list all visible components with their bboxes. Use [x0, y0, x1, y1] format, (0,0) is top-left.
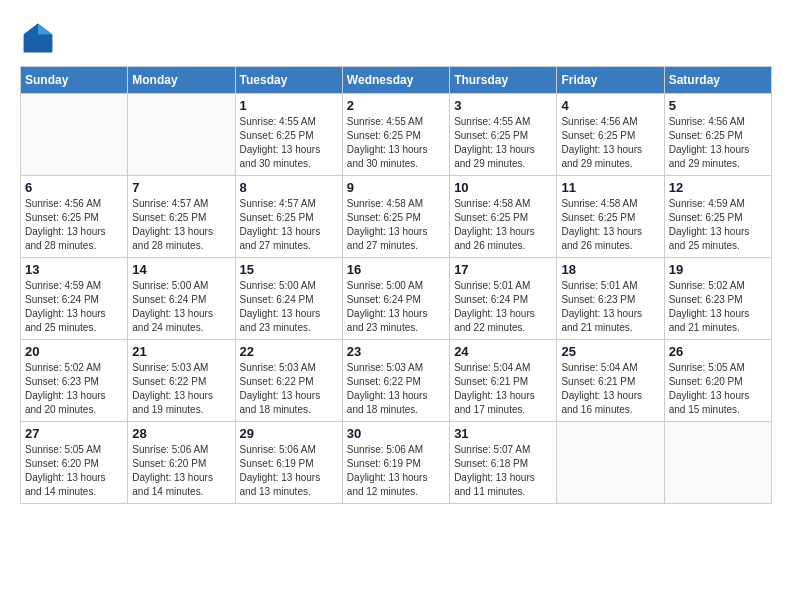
- logo-icon: [20, 20, 56, 56]
- calendar-cell: 27Sunrise: 5:05 AM Sunset: 6:20 PM Dayli…: [21, 422, 128, 504]
- calendar-cell: [664, 422, 771, 504]
- day-number: 29: [240, 426, 338, 441]
- column-header-thursday: Thursday: [450, 67, 557, 94]
- column-header-saturday: Saturday: [664, 67, 771, 94]
- calendar-week-row: 6Sunrise: 4:56 AM Sunset: 6:25 PM Daylig…: [21, 176, 772, 258]
- day-info: Sunrise: 5:03 AM Sunset: 6:22 PM Dayligh…: [347, 361, 445, 417]
- calendar-cell: 25Sunrise: 5:04 AM Sunset: 6:21 PM Dayli…: [557, 340, 664, 422]
- calendar-cell: 15Sunrise: 5:00 AM Sunset: 6:24 PM Dayli…: [235, 258, 342, 340]
- calendar-cell: 13Sunrise: 4:59 AM Sunset: 6:24 PM Dayli…: [21, 258, 128, 340]
- day-info: Sunrise: 5:01 AM Sunset: 6:23 PM Dayligh…: [561, 279, 659, 335]
- calendar-table: SundayMondayTuesdayWednesdayThursdayFrid…: [20, 66, 772, 504]
- day-number: 31: [454, 426, 552, 441]
- logo: [20, 20, 60, 56]
- day-number: 24: [454, 344, 552, 359]
- day-info: Sunrise: 4:58 AM Sunset: 6:25 PM Dayligh…: [561, 197, 659, 253]
- day-number: 26: [669, 344, 767, 359]
- day-number: 11: [561, 180, 659, 195]
- calendar-cell: 31Sunrise: 5:07 AM Sunset: 6:18 PM Dayli…: [450, 422, 557, 504]
- column-header-sunday: Sunday: [21, 67, 128, 94]
- calendar-cell: 23Sunrise: 5:03 AM Sunset: 6:22 PM Dayli…: [342, 340, 449, 422]
- day-number: 16: [347, 262, 445, 277]
- header: [20, 20, 772, 56]
- calendar-cell: 20Sunrise: 5:02 AM Sunset: 6:23 PM Dayli…: [21, 340, 128, 422]
- calendar-cell: 12Sunrise: 4:59 AM Sunset: 6:25 PM Dayli…: [664, 176, 771, 258]
- calendar-week-row: 27Sunrise: 5:05 AM Sunset: 6:20 PM Dayli…: [21, 422, 772, 504]
- day-number: 21: [132, 344, 230, 359]
- day-number: 5: [669, 98, 767, 113]
- day-info: Sunrise: 5:05 AM Sunset: 6:20 PM Dayligh…: [25, 443, 123, 499]
- calendar-week-row: 13Sunrise: 4:59 AM Sunset: 6:24 PM Dayli…: [21, 258, 772, 340]
- day-info: Sunrise: 4:59 AM Sunset: 6:24 PM Dayligh…: [25, 279, 123, 335]
- day-info: Sunrise: 5:06 AM Sunset: 6:19 PM Dayligh…: [347, 443, 445, 499]
- day-info: Sunrise: 5:05 AM Sunset: 6:20 PM Dayligh…: [669, 361, 767, 417]
- calendar-cell: 4Sunrise: 4:56 AM Sunset: 6:25 PM Daylig…: [557, 94, 664, 176]
- day-info: Sunrise: 4:59 AM Sunset: 6:25 PM Dayligh…: [669, 197, 767, 253]
- day-info: Sunrise: 5:01 AM Sunset: 6:24 PM Dayligh…: [454, 279, 552, 335]
- calendar-cell: 21Sunrise: 5:03 AM Sunset: 6:22 PM Dayli…: [128, 340, 235, 422]
- day-info: Sunrise: 4:55 AM Sunset: 6:25 PM Dayligh…: [240, 115, 338, 171]
- calendar-cell: 14Sunrise: 5:00 AM Sunset: 6:24 PM Dayli…: [128, 258, 235, 340]
- calendar-cell: 2Sunrise: 4:55 AM Sunset: 6:25 PM Daylig…: [342, 94, 449, 176]
- day-info: Sunrise: 5:02 AM Sunset: 6:23 PM Dayligh…: [669, 279, 767, 335]
- day-number: 9: [347, 180, 445, 195]
- calendar-cell: 1Sunrise: 4:55 AM Sunset: 6:25 PM Daylig…: [235, 94, 342, 176]
- calendar-cell: [128, 94, 235, 176]
- day-info: Sunrise: 5:04 AM Sunset: 6:21 PM Dayligh…: [561, 361, 659, 417]
- calendar-cell: 5Sunrise: 4:56 AM Sunset: 6:25 PM Daylig…: [664, 94, 771, 176]
- calendar-cell: 19Sunrise: 5:02 AM Sunset: 6:23 PM Dayli…: [664, 258, 771, 340]
- calendar-cell: 8Sunrise: 4:57 AM Sunset: 6:25 PM Daylig…: [235, 176, 342, 258]
- column-header-tuesday: Tuesday: [235, 67, 342, 94]
- calendar-week-row: 20Sunrise: 5:02 AM Sunset: 6:23 PM Dayli…: [21, 340, 772, 422]
- column-header-wednesday: Wednesday: [342, 67, 449, 94]
- day-number: 1: [240, 98, 338, 113]
- day-info: Sunrise: 5:07 AM Sunset: 6:18 PM Dayligh…: [454, 443, 552, 499]
- day-number: 25: [561, 344, 659, 359]
- calendar-cell: 18Sunrise: 5:01 AM Sunset: 6:23 PM Dayli…: [557, 258, 664, 340]
- calendar-cell: 30Sunrise: 5:06 AM Sunset: 6:19 PM Dayli…: [342, 422, 449, 504]
- day-number: 18: [561, 262, 659, 277]
- day-number: 17: [454, 262, 552, 277]
- day-info: Sunrise: 5:06 AM Sunset: 6:20 PM Dayligh…: [132, 443, 230, 499]
- calendar-cell: 22Sunrise: 5:03 AM Sunset: 6:22 PM Dayli…: [235, 340, 342, 422]
- day-number: 15: [240, 262, 338, 277]
- day-number: 13: [25, 262, 123, 277]
- day-info: Sunrise: 5:02 AM Sunset: 6:23 PM Dayligh…: [25, 361, 123, 417]
- day-number: 28: [132, 426, 230, 441]
- day-info: Sunrise: 5:03 AM Sunset: 6:22 PM Dayligh…: [240, 361, 338, 417]
- day-number: 2: [347, 98, 445, 113]
- day-info: Sunrise: 5:06 AM Sunset: 6:19 PM Dayligh…: [240, 443, 338, 499]
- day-number: 12: [669, 180, 767, 195]
- day-number: 23: [347, 344, 445, 359]
- day-info: Sunrise: 5:00 AM Sunset: 6:24 PM Dayligh…: [347, 279, 445, 335]
- day-info: Sunrise: 5:04 AM Sunset: 6:21 PM Dayligh…: [454, 361, 552, 417]
- column-header-friday: Friday: [557, 67, 664, 94]
- calendar-cell: 17Sunrise: 5:01 AM Sunset: 6:24 PM Dayli…: [450, 258, 557, 340]
- day-number: 3: [454, 98, 552, 113]
- day-info: Sunrise: 5:00 AM Sunset: 6:24 PM Dayligh…: [132, 279, 230, 335]
- calendar-header-row: SundayMondayTuesdayWednesdayThursdayFrid…: [21, 67, 772, 94]
- day-number: 4: [561, 98, 659, 113]
- day-number: 19: [669, 262, 767, 277]
- calendar-cell: 26Sunrise: 5:05 AM Sunset: 6:20 PM Dayli…: [664, 340, 771, 422]
- day-number: 8: [240, 180, 338, 195]
- calendar-cell: 24Sunrise: 5:04 AM Sunset: 6:21 PM Dayli…: [450, 340, 557, 422]
- calendar-cell: 9Sunrise: 4:58 AM Sunset: 6:25 PM Daylig…: [342, 176, 449, 258]
- calendar-cell: 16Sunrise: 5:00 AM Sunset: 6:24 PM Dayli…: [342, 258, 449, 340]
- calendar-cell: 6Sunrise: 4:56 AM Sunset: 6:25 PM Daylig…: [21, 176, 128, 258]
- day-info: Sunrise: 4:58 AM Sunset: 6:25 PM Dayligh…: [454, 197, 552, 253]
- day-number: 14: [132, 262, 230, 277]
- calendar-cell: 3Sunrise: 4:55 AM Sunset: 6:25 PM Daylig…: [450, 94, 557, 176]
- calendar-week-row: 1Sunrise: 4:55 AM Sunset: 6:25 PM Daylig…: [21, 94, 772, 176]
- day-info: Sunrise: 4:58 AM Sunset: 6:25 PM Dayligh…: [347, 197, 445, 253]
- svg-marker-2: [24, 24, 38, 35]
- day-number: 22: [240, 344, 338, 359]
- day-number: 30: [347, 426, 445, 441]
- svg-marker-1: [38, 24, 52, 35]
- day-info: Sunrise: 4:57 AM Sunset: 6:25 PM Dayligh…: [132, 197, 230, 253]
- calendar-cell: 11Sunrise: 4:58 AM Sunset: 6:25 PM Dayli…: [557, 176, 664, 258]
- calendar-cell: [557, 422, 664, 504]
- day-number: 10: [454, 180, 552, 195]
- day-info: Sunrise: 4:56 AM Sunset: 6:25 PM Dayligh…: [25, 197, 123, 253]
- calendar-cell: 29Sunrise: 5:06 AM Sunset: 6:19 PM Dayli…: [235, 422, 342, 504]
